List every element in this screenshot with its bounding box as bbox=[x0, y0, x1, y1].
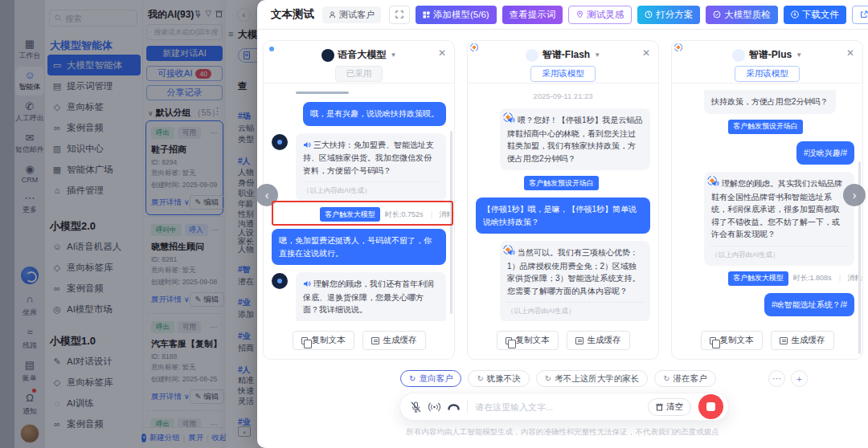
hangup-phone-icon[interactable] bbox=[448, 404, 460, 410]
trigger-badge: 客户触发预设开场白 bbox=[728, 120, 803, 134]
model-name[interactable]: 语音大模型 bbox=[338, 48, 387, 62]
message-meta: 客户触发预设开场白 bbox=[728, 120, 854, 134]
copy-text-button[interactable]: 复制文本 bbox=[701, 331, 763, 350]
cache-icon bbox=[575, 337, 583, 344]
modal-toolbar: 添加模型(5/6) 查看提示词 测试灵感 打分方案 大模型质检 下载文件 bbox=[389, 6, 868, 24]
timestamp: 2025-09-11 21:23 bbox=[476, 92, 650, 100]
scoring-plan-button[interactable]: 打分方案 bbox=[637, 6, 700, 24]
bot-message: 三大扶持：免加盟费、智能选址支持、区域独家供货。我加您微信发份资料，方便留个号码… bbox=[272, 133, 446, 222]
generate-cache-button[interactable]: 生成缓存 bbox=[362, 331, 426, 350]
speaker-icon[interactable] bbox=[303, 279, 311, 291]
stop-record-button[interactable] bbox=[698, 394, 723, 419]
bot-text: 理解您的顾虑，我们还有首年利润保底、退换货保障，您最关心哪方面？我详细说说。 bbox=[303, 279, 434, 314]
chat-panel-zhipu-flash: 智谱-Flash ▼ ✕ 采用该模型 2025-09-11 21:23 喂？ bbox=[467, 40, 659, 360]
gauge-icon bbox=[713, 10, 721, 18]
gauge-icon bbox=[645, 10, 653, 18]
bot-avatar bbox=[272, 134, 288, 150]
test-inspiration-button[interactable]: 测试灵感 bbox=[568, 6, 632, 24]
message-list: 哦，是有兴趣，说说啥扶持政策呗。 三大扶持：免加盟费、智能选址支持、区域独家供货… bbox=[264, 83, 454, 321]
message-list: 2025-09-11 21:23 喂？您好！【停顿1秒】我是云蝠品牌鞋招商中心的… bbox=[468, 83, 658, 321]
bot-bubble: 当然可以。我们有三项核心优势：1）品牌授权使用费全免；2）区域独家供货保障；3）… bbox=[500, 241, 650, 321]
user-bubble: 【停顿1秒】哦，是嘛，【停顿1秒】简单说说啥扶持政策？ bbox=[476, 198, 650, 234]
trigger-badge: 客户触发预设开场白 bbox=[524, 176, 599, 190]
bot-message: 扶持政策，方便占用您2分钟吗？ 客户触发预设开场白 bbox=[680, 90, 854, 134]
bot-message: 喂？您好！【停顿1秒】我是云蝠品牌鞋招商中心的林晓，看到您关注过鞋类加盟，我们有… bbox=[476, 108, 650, 190]
refresh-icon: ↻ bbox=[477, 374, 483, 383]
fullscreen-button[interactable] bbox=[389, 6, 410, 24]
user-bubble: 嗯，免加盟费还挺诱人，号码就不留了，你直接在这说就行。 bbox=[272, 229, 446, 265]
signal-wave-icon[interactable] bbox=[428, 402, 440, 412]
adopt-model-button[interactable]: 采用该模型 bbox=[735, 66, 800, 82]
message-input[interactable] bbox=[475, 402, 641, 412]
ai-generated-note: （以上内容由AI生成） bbox=[303, 181, 439, 196]
download-file-button[interactable]: 下载文件 bbox=[784, 6, 846, 24]
user-bubble: 哦，是有兴趣，说说啥扶持政策呗。 bbox=[303, 102, 446, 126]
model-name[interactable]: 智谱-Plus bbox=[749, 48, 792, 62]
quality-check-button[interactable]: 大模型质检 bbox=[706, 6, 778, 24]
generate-cache-button[interactable]: 生成缓存 bbox=[771, 331, 834, 350]
chat-panel-voice-llm: 语音大模型 ▼ ✕ 已采用 哦，是有兴趣，说说啥扶持政策呗。 三大扶持：免加 bbox=[263, 40, 455, 360]
suggestion-chip[interactable]: ↻意向客户 bbox=[400, 370, 461, 387]
user-message: #没啥兴趣/# bbox=[680, 141, 854, 165]
suggestion-chip[interactable]: ↻考不上这所大学的家长 bbox=[536, 370, 648, 387]
copy-text-button[interactable]: 复制文本 bbox=[497, 331, 559, 350]
next-panel-button[interactable]: › bbox=[843, 184, 866, 206]
adopt-model-button[interactable]: 采用该模型 bbox=[530, 66, 596, 82]
ai-generated-note: （以上内容由AI生成） bbox=[711, 246, 847, 260]
refresh-icon: ↻ bbox=[545, 374, 551, 383]
cache-icon bbox=[780, 337, 788, 344]
user-message: 哦，是有兴趣，说说啥扶持政策呗。 bbox=[272, 102, 446, 126]
chat-panel-zhipu-plus: 智谱-Plus ▼ ✕ 采用该模型 扶持政策，方便占用您2分钟吗？ bbox=[671, 40, 863, 360]
bot-message: 当然可以。我们有三项核心优势：1）品牌授权使用费全免；2）区域独家供货保障；3）… bbox=[476, 241, 650, 321]
user-bubble: #啥智能选址系统？/# bbox=[764, 293, 854, 317]
close-panel-icon[interactable]: ✕ bbox=[846, 47, 854, 59]
add-model-button[interactable]: 添加模型(5/6) bbox=[416, 6, 497, 24]
share-button[interactable]: 分享 bbox=[852, 6, 868, 24]
ai-generated-note: （以上内容由AI生成） bbox=[507, 302, 643, 316]
chevron-down-icon: ▼ bbox=[391, 51, 397, 59]
bot-message: 理解您的顾虑，我们还有首年利润保底、退换货保障，您最关心哪方面？我详细说说。 （… bbox=[272, 272, 446, 321]
share-icon bbox=[860, 10, 868, 18]
bot-text: 喂？您好！【停顿1秒】我是云蝠品牌鞋招商中心的林晓，看到您关注过鞋类加盟，我们有… bbox=[507, 116, 643, 163]
mic-muted-icon[interactable] bbox=[411, 401, 421, 413]
view-prompt-button[interactable]: 查看提示词 bbox=[502, 6, 563, 24]
scrolled-bubble-sliver bbox=[296, 92, 349, 94]
copy-text-button[interactable]: 复制文本 bbox=[293, 331, 354, 350]
bot-bubble: 理解您的顾虑，我们还有首年利润保底、退换货保障，您最关心哪方面？我详细说说。 （… bbox=[296, 272, 446, 321]
close-panel-icon[interactable]: ✕ bbox=[438, 47, 446, 59]
adopted-button[interactable]: 已采用 bbox=[335, 66, 383, 82]
generate-cache-button[interactable]: 生成缓存 bbox=[567, 331, 630, 350]
pin-icon bbox=[576, 10, 583, 18]
copy-icon bbox=[301, 337, 308, 344]
user-message: 【停顿1秒】哦，是嘛，【停顿1秒】简单说说啥扶持政策？ bbox=[476, 198, 650, 234]
person-icon bbox=[329, 11, 336, 18]
close-panel-icon[interactable]: ✕ bbox=[642, 47, 650, 59]
bot-bubble: 理解您的顾虑。其实我们云蝠品牌鞋有全国性品牌背书和智能选址系统，利润保底承诺，很… bbox=[704, 172, 854, 266]
suggestion-chip[interactable]: ↻潜在客户 bbox=[654, 370, 715, 387]
bot-bubble: 三大扶持：免加盟费、智能选址支持、区域独家供货。我加您微信发份资料，方便留个号码… bbox=[296, 133, 446, 202]
model-name[interactable]: 智谱-Flash bbox=[542, 48, 590, 62]
speaker-icon[interactable] bbox=[303, 140, 311, 153]
cache-icon bbox=[371, 337, 379, 344]
scrollbar[interactable] bbox=[450, 131, 452, 314]
prev-panel-button[interactable]: ‹ bbox=[256, 184, 278, 206]
refresh-icon: ↻ bbox=[409, 374, 416, 383]
bot-text: 三大扶持：免加盟费、智能选址支持、区域独家供货。我加您微信发份资料，方便留个号码… bbox=[303, 141, 434, 175]
bot-text: 理解您的顾虑。其实我们云蝠品牌鞋有全国性品牌背书和智能选址系统，利润保底承诺，很… bbox=[711, 179, 842, 238]
bot-bubble: 喂？您好！【停顿1秒】我是云蝠品牌鞋招商中心的林晓，看到您关注过鞋类加盟，我们有… bbox=[500, 108, 650, 170]
add-chip-button[interactable]: + bbox=[791, 370, 808, 387]
screen: 工作台 智能体 人工呼出 短信邮件 bbox=[0, 0, 868, 448]
model-avatar bbox=[526, 49, 538, 62]
ai-disclaimer: 所有内容均由人工智能模型生成，内容的准确性和完整性无法保证，不代表我们的态度或观… bbox=[257, 427, 868, 438]
user-message: 嗯，免加盟费还挺诱人，号码就不留了，你直接在这说就行。 bbox=[272, 229, 446, 265]
test-customer-chip[interactable]: 测试客户 bbox=[322, 6, 381, 23]
more-chips-button[interactable]: ⋯ bbox=[768, 370, 785, 387]
modal-title: 文本测试 bbox=[271, 7, 314, 22]
suggestion-chip[interactable]: ↻犹豫不决 bbox=[468, 370, 529, 387]
text-test-modal: 文本测试 测试客户 添加模型(5/6) 查看提示词 测试灵感 bbox=[257, 0, 868, 448]
model-avatar bbox=[321, 49, 334, 62]
grid-plus-icon bbox=[423, 11, 430, 18]
duration-label: 时长:1.808s bbox=[793, 273, 832, 283]
clear-button[interactable]: 清空 bbox=[648, 398, 691, 416]
chevron-down-icon: ▼ bbox=[796, 51, 802, 59]
